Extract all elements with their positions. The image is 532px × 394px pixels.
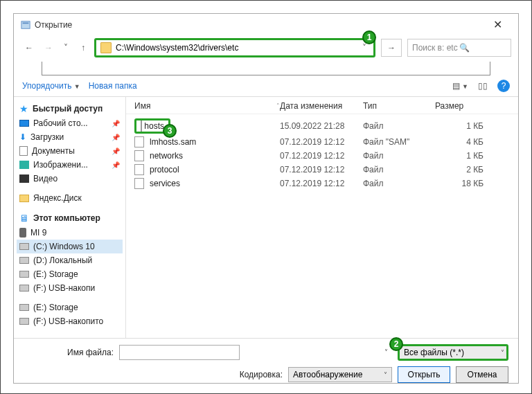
sidebar-item-drive-e2[interactable]: (E:) Storage <box>17 301 123 314</box>
file-icon <box>134 178 144 189</box>
sidebar-item-pictures[interactable]: Изображени...📌 <box>17 158 123 172</box>
sidebar-this-pc[interactable]: 🖥Этот компьютер <box>17 211 123 226</box>
column-date[interactable]: Дата изменения <box>280 101 363 111</box>
cancel-button[interactable]: Отмена <box>456 366 508 383</box>
file-row[interactable]: networks 07.12.2019 12:12Файл1 КБ <box>134 149 510 163</box>
sidebar-item-drive-c[interactable]: (C:) Windows 10 <box>17 240 123 253</box>
folder-icon <box>100 42 112 53</box>
chevron-down-icon: ˅ <box>384 371 387 379</box>
pictures-icon <box>19 161 29 169</box>
folder-icon <box>19 195 29 202</box>
encoding-label: Кодировка: <box>240 370 283 379</box>
filename-label: Имя файла: <box>24 348 114 357</box>
command-bar: Упорядочить ▼ Новая папка ▤ ▼ ▯▯ ? <box>14 75 518 97</box>
window-title: Открытие <box>35 20 484 30</box>
nav-bar: ← → ˅ ↑ ˅ 1 → Поиск в: etc 🔍 <box>14 35 518 60</box>
download-icon: ⬇ <box>19 132 26 142</box>
title-bar: Открытие ✕ <box>14 14 518 35</box>
svg-rect-0 <box>21 21 30 28</box>
sidebar-item-documents[interactable]: Документы📌 <box>17 144 123 158</box>
go-button[interactable]: → <box>381 39 402 57</box>
drive-icon <box>19 271 29 278</box>
chevron-down-icon: ˅ <box>501 349 504 357</box>
bottom-panel: Имя файла: ˅ Все файлы (*.*) ˅ 2 Кодиров… <box>14 338 518 383</box>
video-icon <box>19 174 29 183</box>
pin-icon: 📌 <box>112 147 120 155</box>
forward-button[interactable]: → <box>40 39 57 57</box>
search-placeholder: Поиск в: etc <box>412 43 459 53</box>
new-folder-button[interactable]: Новая папка <box>89 81 137 91</box>
file-list: hosts3 15.09.2022 21:28 Файл 1 КБ lmhost… <box>126 114 518 193</box>
drive-icon <box>19 257 29 264</box>
pc-icon: 🖥 <box>19 213 29 224</box>
file-row[interactable]: lmhosts.sam 07.12.2019 12:12Файл "SAM"4 … <box>134 135 510 149</box>
star-icon: ★ <box>19 103 28 114</box>
navigation-pane: ★Быстрый доступ Рабочий сто...📌 ⬇Загрузк… <box>14 97 126 338</box>
sidebar-item-desktop[interactable]: Рабочий сто...📌 <box>17 116 123 130</box>
drive-icon <box>19 304 29 311</box>
file-icon <box>134 136 144 147</box>
organize-menu[interactable]: Упорядочить ▼ <box>22 81 80 91</box>
file-type-filter[interactable]: Все файлы (*.*) ˅ <box>398 344 508 361</box>
svg-rect-1 <box>23 22 29 24</box>
address-history-dropdown[interactable] <box>42 62 490 75</box>
column-size[interactable]: Размер <box>435 101 484 111</box>
column-name[interactable]: Имя <box>134 101 150 111</box>
sidebar-item-drive-f2[interactable]: (F:) USB-накопито <box>17 314 123 328</box>
column-headers[interactable]: Имя˄ Дата изменения Тип Размер <box>126 97 518 114</box>
search-icon: 🔍 <box>459 43 506 53</box>
sidebar-item-drive-e[interactable]: (E:) Storage <box>17 267 123 281</box>
drive-icon <box>19 243 29 250</box>
sidebar-quick-access[interactable]: ★Быстрый доступ <box>17 101 123 116</box>
pin-icon: 📌 <box>112 161 120 169</box>
pin-icon: 📌 <box>112 120 120 127</box>
back-button[interactable]: ← <box>21 39 37 57</box>
sidebar-item-videos[interactable]: Видео <box>17 172 123 186</box>
file-icon <box>134 150 144 161</box>
file-row[interactable]: services 07.12.2019 12:12Файл18 КБ <box>134 177 510 190</box>
file-row[interactable]: protocol 07.12.2019 12:12Файл2 КБ <box>134 163 510 177</box>
address-bar[interactable]: ˅ 1 <box>94 38 375 57</box>
sidebar-item-drive-f[interactable]: (F:) USB-накопи <box>17 281 123 295</box>
recent-locations-button[interactable]: ˅ <box>60 43 72 53</box>
app-icon <box>21 20 30 30</box>
document-icon <box>19 146 28 156</box>
search-box[interactable]: Поиск в: etc 🔍 <box>407 39 511 57</box>
drive-icon <box>19 285 29 292</box>
sidebar-item-downloads[interactable]: ⬇Загрузки📌 <box>17 130 123 144</box>
desktop-icon <box>19 120 29 127</box>
close-button[interactable]: ✕ <box>484 18 511 31</box>
address-input[interactable] <box>116 43 360 53</box>
open-button[interactable]: Открыть <box>398 366 450 383</box>
sidebar-item-drive-d[interactable]: (D:) Локальный <box>17 253 123 267</box>
phone-icon <box>19 228 26 238</box>
sidebar-item-phone[interactable]: MI 9 <box>17 226 123 240</box>
filename-input[interactable] <box>119 345 240 360</box>
drive-icon <box>19 318 29 325</box>
up-button[interactable]: ↑ <box>75 39 91 57</box>
encoding-select[interactable]: Автообнаружение ˅ <box>288 367 392 382</box>
callout-badge-3: 3 <box>163 124 177 138</box>
chevron-down-icon[interactable]: ˅ <box>384 348 388 356</box>
address-dropdown-icon[interactable]: ˅ <box>360 43 369 53</box>
file-row-hosts[interactable]: hosts3 15.09.2022 21:28 Файл 1 КБ <box>134 117 510 135</box>
file-icon <box>141 120 142 132</box>
pin-icon: 📌 <box>112 134 120 141</box>
view-options-button[interactable]: ▤ ▼ <box>452 81 468 91</box>
column-type[interactable]: Тип <box>363 101 435 111</box>
file-icon <box>134 164 144 175</box>
preview-pane-button[interactable]: ▯▯ <box>478 81 488 91</box>
help-button[interactable]: ? <box>497 80 510 92</box>
callout-badge-1: 1 <box>362 30 376 44</box>
callout-badge-2: 2 <box>389 337 403 351</box>
sidebar-item-yadisk[interactable]: Яндекс.Диск <box>17 191 123 205</box>
